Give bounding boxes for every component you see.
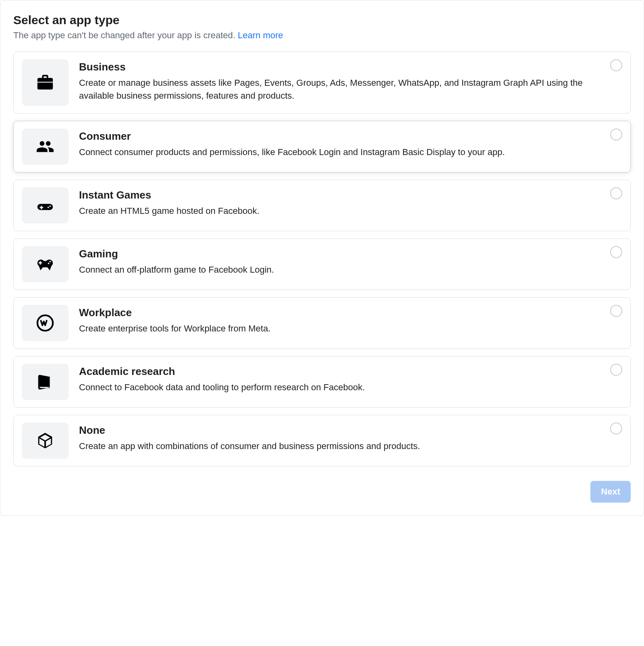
- next-button[interactable]: Next: [590, 481, 631, 503]
- users-icon: [22, 128, 69, 165]
- option-content: Workplace Create enterprise tools for Wo…: [79, 305, 622, 335]
- option-title: None: [79, 424, 598, 437]
- app-type-panel: Select an app type The app type can't be…: [0, 0, 644, 516]
- radio-gaming[interactable]: [610, 246, 622, 258]
- controller-flat-icon: [22, 187, 69, 224]
- option-title: Workplace: [79, 306, 598, 319]
- option-title: Consumer: [79, 130, 598, 143]
- option-content: Consumer Connect consumer products and p…: [79, 128, 622, 159]
- footer: Next: [13, 481, 631, 503]
- option-title: Gaming: [79, 248, 598, 260]
- header: Select an app type The app type can't be…: [13, 13, 631, 42]
- option-desc: Connect to Facebook data and tooling to …: [79, 381, 598, 394]
- page-subtitle: The app type can't be changed after your…: [13, 29, 631, 42]
- option-academic-research[interactable]: Academic research Connect to Facebook da…: [13, 356, 631, 408]
- gamepad-icon: [22, 246, 69, 282]
- option-desc: Create or manage business assets like Pa…: [79, 77, 598, 102]
- radio-none[interactable]: [610, 422, 622, 435]
- option-instant-games[interactable]: Instant Games Create an HTML5 game hoste…: [13, 180, 631, 231]
- page-title: Select an app type: [13, 13, 631, 27]
- w-circle-icon: [22, 305, 69, 341]
- option-title: Instant Games: [79, 189, 598, 201]
- option-content: None Create an app with combinations of …: [79, 422, 622, 453]
- radio-workplace[interactable]: [610, 305, 622, 317]
- option-content: Gaming Connect an off-platform game to F…: [79, 246, 622, 276]
- cube-icon: [22, 422, 69, 459]
- option-workplace[interactable]: Workplace Create enterprise tools for Wo…: [13, 297, 631, 349]
- options-list: Business Create or manage business asset…: [13, 52, 631, 466]
- option-gaming[interactable]: Gaming Connect an off-platform game to F…: [13, 238, 631, 290]
- option-desc: Create enterprise tools for Workplace fr…: [79, 322, 598, 335]
- radio-academic[interactable]: [610, 364, 622, 376]
- subtitle-text: The app type can't be changed after your…: [13, 30, 238, 40]
- book-icon: [22, 364, 69, 400]
- option-title: Academic research: [79, 365, 598, 378]
- option-title: Business: [79, 61, 598, 73]
- option-desc: Create an app with combinations of consu…: [79, 440, 598, 453]
- learn-more-link[interactable]: Learn more: [238, 30, 283, 40]
- briefcase-icon: [22, 59, 69, 106]
- option-desc: Connect an off-platform game to Facebook…: [79, 263, 598, 276]
- option-none[interactable]: None Create an app with combinations of …: [13, 415, 631, 466]
- option-business[interactable]: Business Create or manage business asset…: [13, 52, 631, 114]
- option-content: Instant Games Create an HTML5 game hoste…: [79, 187, 622, 217]
- option-content: Academic research Connect to Facebook da…: [79, 364, 622, 394]
- radio-business[interactable]: [610, 59, 622, 71]
- option-desc: Connect consumer products and permission…: [79, 146, 598, 159]
- option-consumer[interactable]: Consumer Connect consumer products and p…: [13, 121, 631, 172]
- option-content: Business Create or manage business asset…: [79, 59, 622, 102]
- radio-consumer[interactable]: [610, 128, 622, 141]
- radio-instant-games[interactable]: [610, 187, 622, 199]
- option-desc: Create an HTML5 game hosted on Facebook.: [79, 205, 598, 217]
